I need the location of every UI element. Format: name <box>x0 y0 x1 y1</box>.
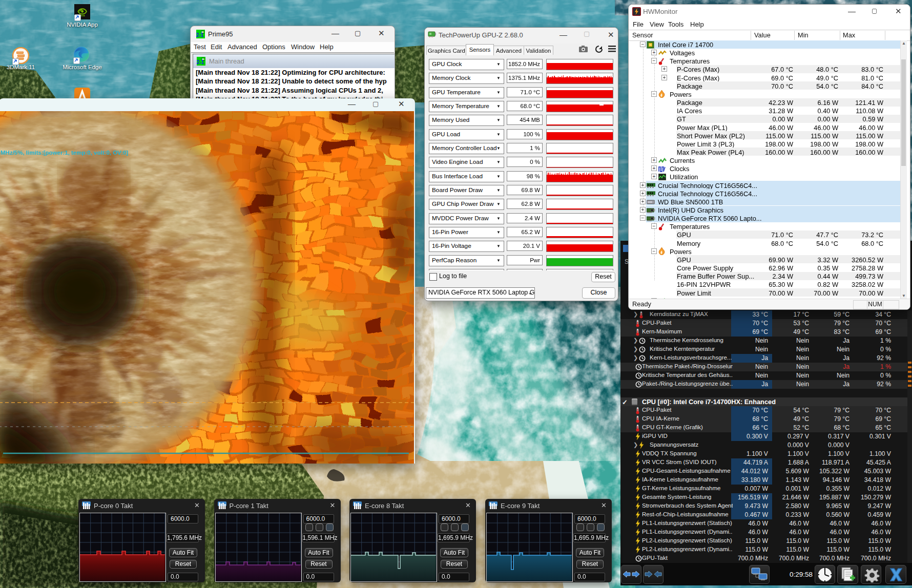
svg-text:MHz/5%, limits:[power:1, temp:: MHz/5%, limits:[power:1, temp:0, volt:0,… <box>1 150 128 156</box>
svg-text:2-1: 2-1 <box>197 59 204 65</box>
svg-text:2-1: 2-1 <box>196 32 204 38</box>
